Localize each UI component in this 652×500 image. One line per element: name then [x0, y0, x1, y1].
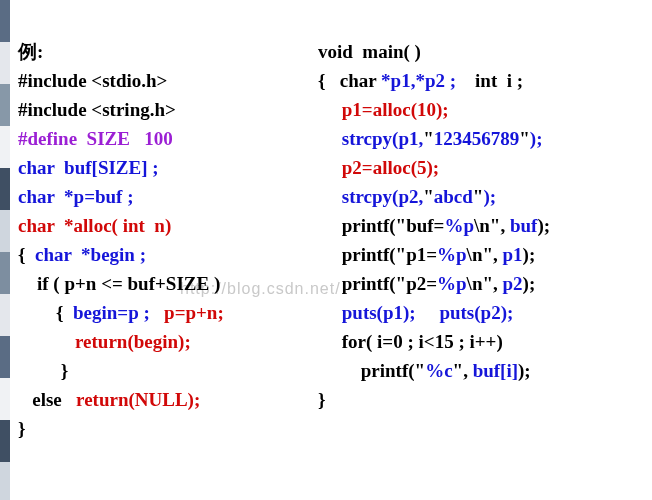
code-text: "p1=: [396, 244, 437, 265]
decorative-strip: [0, 0, 10, 500]
code-text: buf[i]: [473, 360, 518, 381]
code-line: printf(: [318, 273, 396, 294]
code-text: int i ;: [456, 70, 523, 91]
code-line: #include <string.h>: [18, 99, 176, 120]
code-text: ": [415, 360, 426, 381]
code-line: #include <stdio.h>: [18, 70, 167, 91]
code-text: ": [519, 128, 530, 149]
code-text: ": [473, 186, 484, 207]
code-text: buf: [510, 215, 537, 236]
code-line: }: [318, 389, 326, 410]
code-text: "p2=: [396, 273, 437, 294]
code-text: begin=p ;: [73, 302, 164, 323]
code-line: void main( ): [318, 41, 421, 62]
code-text: ",: [453, 360, 473, 381]
code-text: %p: [437, 244, 467, 265]
code-line: }: [18, 418, 26, 439]
code-line: }: [18, 360, 68, 381]
code-line: {: [18, 302, 73, 323]
code-text: abcd: [434, 186, 473, 207]
code-text: ": [423, 128, 434, 149]
code-text: p=p+n;: [164, 302, 224, 323]
code-line: strcpy(p2,: [318, 186, 423, 207]
code-line: char buf[SIZE] ;: [18, 157, 159, 178]
code-text: ": [423, 186, 434, 207]
code-text: );: [530, 128, 543, 149]
code-line: printf(: [318, 215, 396, 236]
code-text: 123456789: [434, 128, 520, 149]
code-text: \n",: [474, 215, 510, 236]
code-text: );: [523, 244, 536, 265]
code-line: printf(: [318, 360, 415, 381]
code-content: 例: #include <stdio.h> #include <string.h…: [18, 8, 644, 492]
code-right-column: void main( ) { char *p1,*p2 ; int i ; p1…: [318, 8, 638, 492]
code-line: printf(: [318, 244, 396, 265]
code-line: p1=alloc(10);: [318, 99, 449, 120]
code-line: puts(p1); puts(p2);: [318, 302, 513, 323]
code-line: { char: [318, 70, 381, 91]
code-line: {: [18, 244, 35, 265]
code-line: p2=alloc(5);: [318, 157, 439, 178]
code-text: );: [483, 186, 496, 207]
code-text: %p: [437, 273, 467, 294]
code-text: );: [523, 273, 536, 294]
code-line: 例:: [18, 41, 43, 62]
code-text: %c: [425, 360, 452, 381]
code-line: char *p=buf ;: [18, 186, 134, 207]
code-text: return(NULL);: [76, 389, 200, 410]
code-text: %p: [444, 215, 474, 236]
code-line: return(begin);: [18, 331, 191, 352]
code-line: else: [18, 389, 76, 410]
code-line: strcpy(p1,: [318, 128, 423, 149]
code-line: for( i=0 ; i<15 ; i++): [318, 331, 503, 352]
code-text: p1: [503, 244, 523, 265]
code-text: );: [518, 360, 531, 381]
code-line: char *alloc( int n): [18, 215, 171, 236]
code-text: p2: [503, 273, 523, 294]
code-text: \n",: [467, 244, 503, 265]
code-text: *p1,*p2 ;: [381, 70, 456, 91]
code-line: if ( p+n <= buf+SIZE ): [18, 273, 220, 294]
code-line: #define SIZE 100: [18, 128, 173, 149]
code-text: \n",: [467, 273, 503, 294]
code-left-column: 例: #include <stdio.h> #include <string.h…: [18, 8, 318, 492]
code-text: "buf=: [396, 215, 445, 236]
code-text: char *begin ;: [35, 244, 146, 265]
code-text: );: [537, 215, 550, 236]
